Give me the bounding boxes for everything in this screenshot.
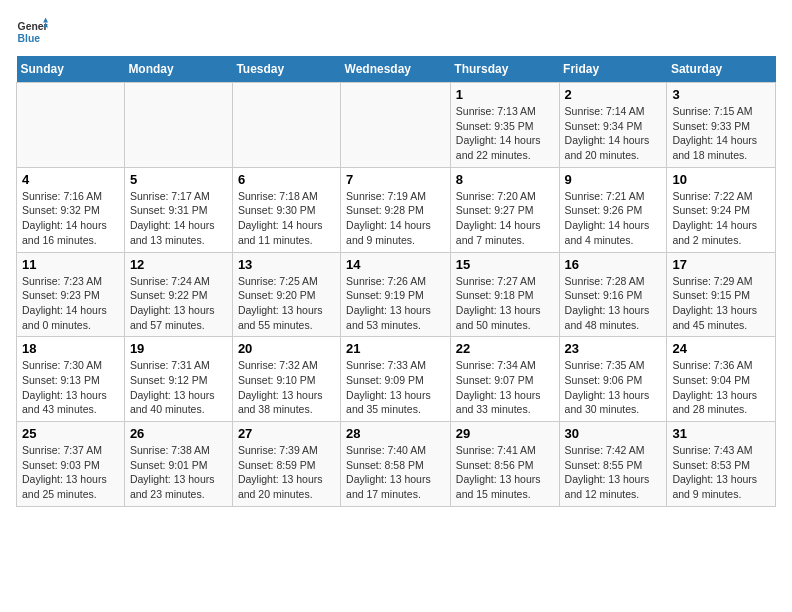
calendar-cell: 2Sunrise: 7:14 AM Sunset: 9:34 PM Daylig…: [559, 83, 667, 168]
day-number: 21: [346, 341, 445, 356]
calendar-cell: 30Sunrise: 7:42 AM Sunset: 8:55 PM Dayli…: [559, 422, 667, 507]
day-number: 25: [22, 426, 119, 441]
calendar-cell: [341, 83, 451, 168]
weekday-header-monday: Monday: [124, 56, 232, 83]
calendar-cell: 31Sunrise: 7:43 AM Sunset: 8:53 PM Dayli…: [667, 422, 776, 507]
calendar-week-row: 11Sunrise: 7:23 AM Sunset: 9:23 PM Dayli…: [17, 252, 776, 337]
calendar-cell: 18Sunrise: 7:30 AM Sunset: 9:13 PM Dayli…: [17, 337, 125, 422]
day-number: 3: [672, 87, 770, 102]
svg-text:Blue: Blue: [18, 33, 41, 44]
calendar-cell: 8Sunrise: 7:20 AM Sunset: 9:27 PM Daylig…: [450, 167, 559, 252]
day-info: Sunrise: 7:20 AM Sunset: 9:27 PM Dayligh…: [456, 189, 554, 248]
calendar-cell: 25Sunrise: 7:37 AM Sunset: 9:03 PM Dayli…: [17, 422, 125, 507]
calendar-cell: 17Sunrise: 7:29 AM Sunset: 9:15 PM Dayli…: [667, 252, 776, 337]
calendar-cell: 21Sunrise: 7:33 AM Sunset: 9:09 PM Dayli…: [341, 337, 451, 422]
logo: General Blue: [16, 16, 48, 48]
day-number: 6: [238, 172, 335, 187]
generalblue-logo-icon: General Blue: [16, 16, 48, 48]
day-info: Sunrise: 7:18 AM Sunset: 9:30 PM Dayligh…: [238, 189, 335, 248]
weekday-header-wednesday: Wednesday: [341, 56, 451, 83]
day-number: 5: [130, 172, 227, 187]
weekday-header-sunday: Sunday: [17, 56, 125, 83]
day-info: Sunrise: 7:13 AM Sunset: 9:35 PM Dayligh…: [456, 104, 554, 163]
day-number: 11: [22, 257, 119, 272]
day-number: 17: [672, 257, 770, 272]
day-number: 26: [130, 426, 227, 441]
day-info: Sunrise: 7:33 AM Sunset: 9:09 PM Dayligh…: [346, 358, 445, 417]
calendar-cell: 4Sunrise: 7:16 AM Sunset: 9:32 PM Daylig…: [17, 167, 125, 252]
calendar-cell: 6Sunrise: 7:18 AM Sunset: 9:30 PM Daylig…: [232, 167, 340, 252]
day-number: 19: [130, 341, 227, 356]
day-info: Sunrise: 7:38 AM Sunset: 9:01 PM Dayligh…: [130, 443, 227, 502]
day-info: Sunrise: 7:40 AM Sunset: 8:58 PM Dayligh…: [346, 443, 445, 502]
day-number: 16: [565, 257, 662, 272]
day-info: Sunrise: 7:15 AM Sunset: 9:33 PM Dayligh…: [672, 104, 770, 163]
day-number: 20: [238, 341, 335, 356]
day-info: Sunrise: 7:22 AM Sunset: 9:24 PM Dayligh…: [672, 189, 770, 248]
day-number: 24: [672, 341, 770, 356]
calendar-cell: 10Sunrise: 7:22 AM Sunset: 9:24 PM Dayli…: [667, 167, 776, 252]
day-info: Sunrise: 7:36 AM Sunset: 9:04 PM Dayligh…: [672, 358, 770, 417]
calendar-cell: 22Sunrise: 7:34 AM Sunset: 9:07 PM Dayli…: [450, 337, 559, 422]
day-info: Sunrise: 7:41 AM Sunset: 8:56 PM Dayligh…: [456, 443, 554, 502]
page-header: General Blue: [16, 16, 776, 48]
calendar-cell: 16Sunrise: 7:28 AM Sunset: 9:16 PM Dayli…: [559, 252, 667, 337]
day-number: 9: [565, 172, 662, 187]
day-info: Sunrise: 7:42 AM Sunset: 8:55 PM Dayligh…: [565, 443, 662, 502]
day-info: Sunrise: 7:31 AM Sunset: 9:12 PM Dayligh…: [130, 358, 227, 417]
day-number: 27: [238, 426, 335, 441]
svg-marker-2: [43, 18, 48, 23]
calendar-cell: 7Sunrise: 7:19 AM Sunset: 9:28 PM Daylig…: [341, 167, 451, 252]
day-number: 2: [565, 87, 662, 102]
calendar-cell: 15Sunrise: 7:27 AM Sunset: 9:18 PM Dayli…: [450, 252, 559, 337]
day-info: Sunrise: 7:29 AM Sunset: 9:15 PM Dayligh…: [672, 274, 770, 333]
calendar-cell: 14Sunrise: 7:26 AM Sunset: 9:19 PM Dayli…: [341, 252, 451, 337]
day-info: Sunrise: 7:19 AM Sunset: 9:28 PM Dayligh…: [346, 189, 445, 248]
calendar-week-row: 18Sunrise: 7:30 AM Sunset: 9:13 PM Dayli…: [17, 337, 776, 422]
day-number: 4: [22, 172, 119, 187]
calendar-week-row: 1Sunrise: 7:13 AM Sunset: 9:35 PM Daylig…: [17, 83, 776, 168]
calendar-cell: 29Sunrise: 7:41 AM Sunset: 8:56 PM Dayli…: [450, 422, 559, 507]
calendar-cell: 12Sunrise: 7:24 AM Sunset: 9:22 PM Dayli…: [124, 252, 232, 337]
day-number: 13: [238, 257, 335, 272]
calendar-cell: 27Sunrise: 7:39 AM Sunset: 8:59 PM Dayli…: [232, 422, 340, 507]
day-info: Sunrise: 7:39 AM Sunset: 8:59 PM Dayligh…: [238, 443, 335, 502]
calendar-cell: 3Sunrise: 7:15 AM Sunset: 9:33 PM Daylig…: [667, 83, 776, 168]
calendar-table: SundayMondayTuesdayWednesdayThursdayFrid…: [16, 56, 776, 507]
calendar-cell: 13Sunrise: 7:25 AM Sunset: 9:20 PM Dayli…: [232, 252, 340, 337]
day-number: 14: [346, 257, 445, 272]
calendar-cell: 11Sunrise: 7:23 AM Sunset: 9:23 PM Dayli…: [17, 252, 125, 337]
calendar-cell: [17, 83, 125, 168]
day-number: 10: [672, 172, 770, 187]
day-info: Sunrise: 7:25 AM Sunset: 9:20 PM Dayligh…: [238, 274, 335, 333]
day-number: 18: [22, 341, 119, 356]
calendar-week-row: 4Sunrise: 7:16 AM Sunset: 9:32 PM Daylig…: [17, 167, 776, 252]
day-info: Sunrise: 7:34 AM Sunset: 9:07 PM Dayligh…: [456, 358, 554, 417]
calendar-cell: 24Sunrise: 7:36 AM Sunset: 9:04 PM Dayli…: [667, 337, 776, 422]
weekday-header-tuesday: Tuesday: [232, 56, 340, 83]
day-number: 22: [456, 341, 554, 356]
day-number: 7: [346, 172, 445, 187]
day-info: Sunrise: 7:35 AM Sunset: 9:06 PM Dayligh…: [565, 358, 662, 417]
day-info: Sunrise: 7:37 AM Sunset: 9:03 PM Dayligh…: [22, 443, 119, 502]
calendar-cell: 26Sunrise: 7:38 AM Sunset: 9:01 PM Dayli…: [124, 422, 232, 507]
day-number: 15: [456, 257, 554, 272]
day-number: 12: [130, 257, 227, 272]
calendar-cell: 20Sunrise: 7:32 AM Sunset: 9:10 PM Dayli…: [232, 337, 340, 422]
day-number: 31: [672, 426, 770, 441]
weekday-header-row: SundayMondayTuesdayWednesdayThursdayFrid…: [17, 56, 776, 83]
day-info: Sunrise: 7:43 AM Sunset: 8:53 PM Dayligh…: [672, 443, 770, 502]
day-number: 8: [456, 172, 554, 187]
day-info: Sunrise: 7:16 AM Sunset: 9:32 PM Dayligh…: [22, 189, 119, 248]
weekday-header-thursday: Thursday: [450, 56, 559, 83]
calendar-cell: 23Sunrise: 7:35 AM Sunset: 9:06 PM Dayli…: [559, 337, 667, 422]
day-info: Sunrise: 7:28 AM Sunset: 9:16 PM Dayligh…: [565, 274, 662, 333]
calendar-week-row: 25Sunrise: 7:37 AM Sunset: 9:03 PM Dayli…: [17, 422, 776, 507]
day-info: Sunrise: 7:14 AM Sunset: 9:34 PM Dayligh…: [565, 104, 662, 163]
calendar-cell: 1Sunrise: 7:13 AM Sunset: 9:35 PM Daylig…: [450, 83, 559, 168]
day-number: 29: [456, 426, 554, 441]
calendar-cell: 28Sunrise: 7:40 AM Sunset: 8:58 PM Dayli…: [341, 422, 451, 507]
day-info: Sunrise: 7:32 AM Sunset: 9:10 PM Dayligh…: [238, 358, 335, 417]
calendar-cell: 19Sunrise: 7:31 AM Sunset: 9:12 PM Dayli…: [124, 337, 232, 422]
calendar-cell: [124, 83, 232, 168]
